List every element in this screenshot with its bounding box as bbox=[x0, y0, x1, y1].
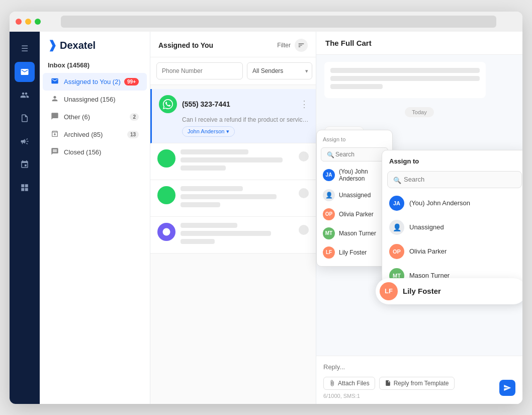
assign-search-right[interactable] bbox=[387, 171, 522, 188]
sidebar-item-other[interactable]: Other (6) 2 bbox=[43, 108, 147, 126]
sidebar-item-label: Other (6) bbox=[64, 113, 90, 121]
john-label-right: (You) John Anderson bbox=[409, 199, 470, 207]
skel-lines-2 bbox=[181, 186, 294, 210]
sidebar-item-label: Assigned to You (2) bbox=[64, 78, 121, 86]
assign-item-john-right[interactable]: JA (You) John Anderson bbox=[382, 191, 522, 215]
skel-avatar-3 bbox=[157, 223, 175, 241]
integrations-button[interactable] bbox=[15, 154, 35, 175]
logo: ❱ Dexatel bbox=[40, 40, 150, 59]
template-reply-btn[interactable]: Reply from Template bbox=[379, 377, 455, 390]
skel-avatar-1 bbox=[157, 149, 175, 168]
assign-item-unassigned-right[interactable]: 👤 Unassigned bbox=[382, 215, 522, 239]
assign-search-wrap-left: 🔍 bbox=[317, 145, 392, 164]
assign-search-left[interactable] bbox=[321, 147, 388, 161]
senders-select[interactable]: All Senders bbox=[247, 62, 312, 79]
skel-line bbox=[181, 202, 220, 207]
sidebar-item-archived[interactable]: Archived (85) 13 bbox=[43, 126, 147, 143]
send-btn[interactable] bbox=[499, 380, 515, 396]
sidebar-item-closed[interactable]: Closed (156) bbox=[43, 143, 147, 161]
conv-item-active[interactable]: (555) 323-7441 ⋮ Can I receive a refund … bbox=[150, 89, 316, 143]
content-area: Assigned to You Filter All Senders bbox=[150, 32, 522, 404]
lily-avatar-left: LF bbox=[323, 246, 335, 259]
icon-sidebar: ☰ bbox=[10, 32, 40, 404]
sidebar-item-label: Closed (156) bbox=[64, 148, 101, 156]
olivia-label-left: Olivia Parker bbox=[339, 211, 374, 218]
filter-icon-btn[interactable] bbox=[295, 39, 308, 52]
olivia-avatar-right: OP bbox=[389, 244, 404, 259]
reply-input[interactable] bbox=[323, 361, 515, 373]
main-sidebar: ❱ Dexatel Inbox (14568) Assigned to You … bbox=[40, 32, 150, 404]
app-window: ☰ ❱ Dexatel bbox=[10, 12, 522, 404]
template-label: Reply from Template bbox=[394, 380, 449, 387]
menu-button[interactable]: ☰ bbox=[15, 39, 35, 59]
close-dot[interactable] bbox=[16, 19, 22, 25]
conv-list: Assigned to You Filter All Senders bbox=[150, 32, 316, 404]
assign-item-lily-left[interactable]: LF Lily Foster bbox=[317, 243, 392, 262]
skel-lines-1 bbox=[181, 149, 294, 174]
skel-line bbox=[181, 223, 237, 228]
assigned-icon bbox=[51, 77, 59, 87]
conv-phone: (555) 323-7441 bbox=[182, 100, 295, 108]
john-avatar-right: JA bbox=[389, 196, 404, 211]
assign-panel-right-title: Assign to bbox=[382, 154, 522, 169]
archived-icon bbox=[51, 130, 59, 139]
campaigns-button[interactable] bbox=[15, 131, 35, 151]
assign-item-john-left[interactable]: JA (You) John Anderson bbox=[317, 164, 392, 186]
templates-button[interactable] bbox=[15, 108, 35, 128]
phone-filter-input[interactable] bbox=[156, 62, 243, 79]
minimize-dot[interactable] bbox=[25, 19, 31, 25]
conv-preview: Can I receive a refund if the product or… bbox=[182, 116, 309, 123]
conv-header: Assigned to You Filter bbox=[150, 32, 316, 57]
unassigned-label-left: Unassigned bbox=[339, 192, 371, 199]
assign-search-wrap-right: 🔍 bbox=[382, 169, 522, 191]
chat-input-actions: Attach Files Reply from Template bbox=[323, 377, 455, 390]
skel-line bbox=[181, 239, 215, 244]
lily-label-left: Lily Foster bbox=[339, 249, 367, 256]
skel-line bbox=[330, 84, 383, 89]
chat-header: The Full Cart bbox=[316, 32, 522, 55]
inbox-button[interactable] bbox=[15, 62, 35, 82]
today-divider: Today bbox=[324, 107, 514, 117]
filter-controls: Filter bbox=[277, 39, 308, 52]
sidebar-item-label: Unassigned (156) bbox=[64, 96, 116, 103]
skel-line bbox=[181, 165, 226, 171]
skel-line bbox=[181, 194, 277, 199]
dropdown-chevron: ▾ bbox=[226, 128, 229, 135]
app-body: ☰ ❱ Dexatel bbox=[10, 32, 522, 404]
window-controls bbox=[16, 19, 41, 25]
assign-item-olivia-left[interactable]: OP Olivia Parker bbox=[317, 205, 392, 224]
assign-item-olivia-right[interactable]: OP Olivia Parker bbox=[382, 239, 522, 264]
assign-item-unassigned-left[interactable]: 👤 Unassigned bbox=[317, 186, 392, 205]
sidebar-item-label: Archived (85) bbox=[64, 131, 103, 138]
chat-skel-top bbox=[324, 62, 486, 98]
maximize-dot[interactable] bbox=[35, 19, 41, 25]
lily-highlight[interactable]: LF Lily Foster bbox=[376, 278, 522, 304]
skel-badge-2 bbox=[299, 188, 309, 198]
unassigned-icon-right: 👤 bbox=[389, 220, 404, 235]
mason-avatar-left: MT bbox=[323, 227, 335, 239]
sidebar-item-assigned[interactable]: Assigned to You (2) 99+ bbox=[43, 73, 147, 91]
conv-filters: All Senders bbox=[150, 57, 316, 85]
skel-badge bbox=[299, 151, 309, 161]
conv-more-btn[interactable]: ⋮ bbox=[300, 99, 309, 110]
conv-item-skel-2 bbox=[150, 180, 316, 217]
whatsapp-icon bbox=[159, 95, 177, 113]
conv-header-title: Assigned to You bbox=[158, 41, 213, 49]
assign-dropdown-btn[interactable]: John Anderson ▾ bbox=[182, 126, 235, 137]
skel-badge-3 bbox=[299, 225, 309, 235]
assign-panel-left-title: Assign to bbox=[317, 134, 392, 145]
skel-line bbox=[181, 231, 271, 236]
filter-label: Filter bbox=[277, 42, 291, 49]
contacts-button[interactable] bbox=[15, 85, 35, 105]
attach-label: Attach Files bbox=[338, 380, 370, 387]
unassigned-label-right: Unassigned bbox=[409, 223, 444, 231]
search-icon-right: 🔍 bbox=[393, 176, 401, 184]
sidebar-item-unassigned[interactable]: Unassigned (156) bbox=[43, 91, 147, 108]
attach-files-btn[interactable]: Attach Files bbox=[323, 377, 375, 390]
senders-select-wrap: All Senders bbox=[247, 62, 312, 79]
chat-input-area: Attach Files Reply from Template 6/1000,… bbox=[316, 356, 522, 404]
settings-button[interactable] bbox=[15, 178, 35, 198]
assign-item-mason-left[interactable]: MT Mason Turner bbox=[317, 224, 392, 243]
skel-lines-3 bbox=[181, 223, 294, 247]
olivia-avatar-left: OP bbox=[323, 208, 335, 220]
